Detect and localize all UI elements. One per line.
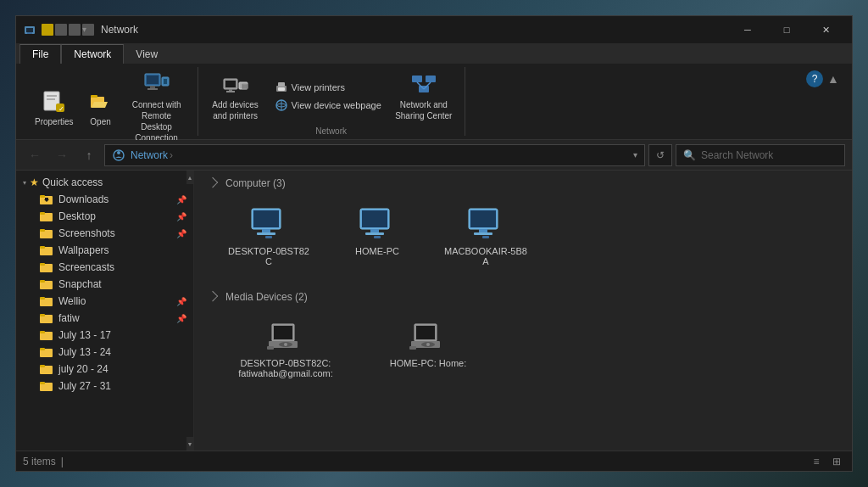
svg-rect-9 xyxy=(91,95,97,98)
quick-dropdown-icon[interactable]: ▾ xyxy=(82,24,94,36)
up-button[interactable]: ↑ xyxy=(77,143,101,167)
network-sharing-label: Network andSharing Center xyxy=(395,99,452,121)
media-item-homepc-label: HOME-PC: Home: xyxy=(390,358,466,368)
properties-icon: ✓ xyxy=(41,88,68,115)
sidebar: ▲ ▾ ★ Quick access xyxy=(16,171,194,451)
sidebar-quick-access-header[interactable]: ▾ ★ Quick access xyxy=(16,174,193,191)
media-item-desktop[interactable]: DESKTOP-0BST82C:fatiwahab@gmail.com: xyxy=(218,313,353,386)
view-details-button[interactable]: ≡ xyxy=(808,453,825,470)
ribbon-group-location-items: ✓ Properties Open xyxy=(30,67,191,147)
computer-item-desktop[interactable]: DESKTOP-0BST82C xyxy=(218,199,320,274)
media-device-icon-desktop xyxy=(265,321,306,355)
sidebar-july13-24-label: July 13 - 24 xyxy=(58,346,111,358)
ribbon-open-button[interactable]: Open xyxy=(82,85,120,130)
svg-rect-67 xyxy=(374,236,381,238)
fatiw-folder-icon xyxy=(40,312,53,324)
items-count: 5 items xyxy=(23,456,56,467)
search-box[interactable]: 🔍 Search Network xyxy=(676,144,845,166)
view-printers-label: View printers xyxy=(292,82,345,92)
computer-label-macbook: MACBOOKAIR-5B8A xyxy=(442,246,529,266)
back-button[interactable]: ← xyxy=(23,143,47,167)
statusbar-separator: | xyxy=(61,456,64,467)
ribbon-add-devices-button[interactable]: ▤ Add devicesand printers xyxy=(205,67,266,125)
sidebar-item-july20-24[interactable]: july 20 - 24 xyxy=(16,361,193,378)
sidebar-july13-17-label: July 13 - 17 xyxy=(58,329,111,341)
svg-rect-17 xyxy=(225,81,236,87)
svg-rect-2 xyxy=(27,32,32,34)
sidebar-item-july13-17[interactable]: July 13 - 17 xyxy=(16,327,193,344)
refresh-button[interactable]: ↺ xyxy=(648,144,672,166)
svg-rect-23 xyxy=(278,82,285,87)
app-icon xyxy=(23,23,36,36)
tab-view[interactable]: View xyxy=(124,44,170,64)
address-path[interactable]: Network › ▾ xyxy=(104,144,645,166)
computer-item-macbook[interactable]: MACBOOKAIR-5B8A xyxy=(435,199,537,274)
sidebar-scroll-down[interactable]: ▼ xyxy=(186,437,193,451)
ribbon-view-printers-button[interactable]: View printers xyxy=(270,79,387,96)
sidebar-scroll-up[interactable]: ▲ xyxy=(186,171,193,184)
quick-undo-icon[interactable] xyxy=(55,24,67,36)
computer-item-homepc[interactable]: HOME-PC xyxy=(326,199,428,274)
view-icons-button[interactable]: ⊞ xyxy=(828,453,845,470)
media-devices-section-header[interactable]: Media Devices (2) xyxy=(208,291,838,303)
svg-rect-80 xyxy=(416,326,435,339)
svg-rect-37 xyxy=(40,212,45,215)
svg-rect-55 xyxy=(40,365,45,367)
sidebar-fatiw-label: fatiw xyxy=(58,312,80,324)
svg-rect-18 xyxy=(229,89,232,91)
ribbon-connect-remote-button[interactable]: Connect with RemoteDesktop Connection xyxy=(123,67,191,147)
ribbon-properties-button[interactable]: ✓ Properties xyxy=(30,85,79,130)
quick-access-toolbar: ▾ xyxy=(42,24,94,36)
search-placeholder: Search Network xyxy=(701,149,773,161)
sidebar-snapchat-label: Snapchat xyxy=(58,278,102,290)
properties-label: Properties xyxy=(35,117,74,126)
ribbon-group-network-items: ▤ Add devicesand printers xyxy=(205,67,458,125)
path-dropdown-icon[interactable]: ▾ xyxy=(633,150,637,160)
tab-network[interactable]: Network xyxy=(61,44,124,64)
sidebar-wellio-label: Wellio xyxy=(58,295,86,307)
computers-grid: DESKTOP-0BST82C HOME-PC xyxy=(208,199,838,274)
svg-text:✓: ✓ xyxy=(58,105,64,113)
statusbar: 5 items | ≡ ⊞ xyxy=(16,451,852,471)
wellio-folder-icon xyxy=(40,295,53,307)
sidebar-item-snapchat[interactable]: Snapchat xyxy=(16,276,193,293)
quick-access-chevron: ▾ xyxy=(23,179,26,187)
sidebar-item-wellio[interactable]: Wellio 📌 xyxy=(16,293,193,310)
july27-31-folder-icon xyxy=(40,380,53,392)
sidebar-item-downloads[interactable]: Downloads 📌 xyxy=(16,191,193,208)
computer-label-homepc: HOME-PC xyxy=(355,246,399,256)
july20-24-folder-icon xyxy=(40,363,53,375)
forward-button[interactable]: → xyxy=(50,143,74,167)
svg-rect-12 xyxy=(150,86,155,88)
sidebar-item-screencasts[interactable]: Screencasts xyxy=(16,259,193,276)
svg-rect-24 xyxy=(278,87,285,91)
sidebar-item-fatiw[interactable]: fatiw 📌 xyxy=(16,310,193,327)
help-button[interactable]: ? xyxy=(806,70,823,87)
media-item-homepc[interactable]: HOME-PC: Home: xyxy=(360,313,496,386)
ribbon-collapse-button[interactable]: ▲ xyxy=(825,70,842,87)
sidebar-item-desktop[interactable]: Desktop 📌 xyxy=(16,208,193,225)
window-controls: ─ □ ✕ xyxy=(728,16,845,43)
tab-file[interactable]: File xyxy=(19,44,61,64)
sidebar-item-july13-24[interactable]: July 13 - 24 xyxy=(16,344,193,361)
quick-redo-icon[interactable] xyxy=(69,24,81,36)
media-devices-section-label: Media Devices (2) xyxy=(225,291,308,303)
path-network: Network xyxy=(131,149,168,161)
ribbon-network-sharing-button[interactable]: Network andSharing Center xyxy=(390,67,458,125)
computers-section-header[interactable]: Computer (3) xyxy=(208,177,838,189)
view-device-webpage-icon xyxy=(275,98,288,112)
sidebar-item-screenshots[interactable]: Screenshots 📌 xyxy=(16,225,193,242)
open-icon xyxy=(87,88,114,115)
sidebar-item-july27-31[interactable]: July 27 - 31 xyxy=(16,378,193,395)
sidebar-item-wallpapers[interactable]: Wallpapers xyxy=(16,242,193,259)
downloads-pin-icon: 📌 xyxy=(176,195,186,204)
sidebar-wallpapers-label: Wallpapers xyxy=(58,244,109,256)
quick-save-icon[interactable] xyxy=(42,24,53,36)
maximize-button[interactable]: □ xyxy=(767,16,806,43)
close-button[interactable]: ✕ xyxy=(806,16,845,43)
svg-rect-59 xyxy=(253,210,279,227)
ribbon-view-device-webpage-button[interactable]: View device webpage xyxy=(270,97,387,114)
svg-text:▤: ▤ xyxy=(242,82,248,90)
minimize-button[interactable]: ─ xyxy=(728,16,767,43)
network-sharing-icon xyxy=(410,70,437,98)
